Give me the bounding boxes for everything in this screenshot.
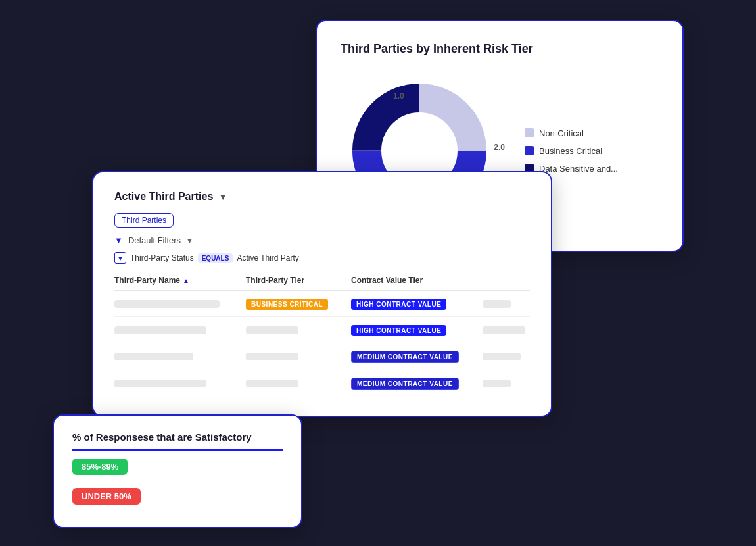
col-header-contract: Contract Value Tier: [351, 276, 483, 285]
cell-name-1: [114, 300, 246, 308]
third-parties-tag[interactable]: Third Parties: [114, 213, 174, 228]
cell-extra-3: [483, 353, 530, 360]
legend-item-business-critical: Business Critical: [525, 146, 618, 156]
card-header: Active Third Parties ▼: [114, 191, 530, 203]
cell-tier-1: BUSINESS CRITICAL: [246, 297, 351, 310]
cell-tier-3: [246, 353, 351, 360]
legend-item-non-critical: Non-Critical: [525, 128, 618, 138]
donut-legend: Non-Critical Business Critical Data Sens…: [525, 128, 618, 174]
filters-label[interactable]: Default Filters: [128, 236, 181, 245]
sat-badge-red-wrap: UNDER 50%: [72, 488, 283, 511]
sat-badge-green-wrap: 85%-89%: [72, 459, 283, 482]
cell-extra-1: [483, 300, 530, 308]
filter-pill-icon[interactable]: ▼: [114, 252, 126, 264]
legend-label-non-critical: Non-Critical: [539, 128, 584, 138]
legend-dot-business-critical: [525, 146, 534, 155]
badge-business-critical: BUSINESS CRITICAL: [246, 299, 328, 310]
badge-medium-contract-1: MEDIUM CONTRACT VALUE: [351, 351, 459, 363]
filters-row: ▼ Default Filters ▼: [114, 236, 530, 245]
table-row: BUSINESS CRITICAL HIGH CONTRACT VALUE: [114, 291, 530, 317]
cell-contract-3: MEDIUM CONTRACT VALUE: [351, 350, 483, 363]
col-header-contract-label: Contract Value Tier: [351, 276, 423, 285]
col-header-tier: Third-Party Tier: [246, 276, 351, 285]
table-row: MEDIUM CONTRACT VALUE: [114, 343, 530, 370]
filter-value: Active Third Party: [237, 253, 298, 262]
satisfactory-title: % of Responsese that are Satisfactory: [72, 432, 283, 451]
legend-dot-non-critical: [525, 128, 534, 137]
cell-contract-4: MEDIUM CONTRACT VALUE: [351, 377, 483, 390]
badge-high-contract-2: HIGH CONTRACT VALUE: [351, 325, 446, 336]
cell-name-2: [114, 326, 246, 334]
badge-medium-contract-2: MEDIUM CONTRACT VALUE: [351, 378, 459, 390]
col-header-name-label: Third-Party Name: [114, 276, 180, 285]
donut-label-top: 1.0: [393, 91, 404, 101]
sat-badge-under-50: UNDER 50%: [72, 488, 141, 505]
filter-pill-row: ▼ Third-Party Status EQUALS Active Third…: [114, 252, 530, 264]
satisfactory-card: % of Responsese that are Satisfactory 85…: [53, 414, 302, 528]
table-card: Active Third Parties ▼ Third Parties ▼ D…: [92, 171, 552, 417]
chevron-down-icon[interactable]: ▼: [218, 191, 227, 202]
col-header-name: Third-Party Name ▲: [114, 276, 246, 285]
cell-extra-4: [483, 380, 530, 387]
equals-badge: EQUALS: [198, 253, 233, 263]
badge-high-contract-1: HIGH CONTRACT VALUE: [351, 299, 446, 310]
legend-label-data-sensitive: Data Sensitive and...: [539, 164, 618, 174]
filter-icon: ▼: [114, 236, 123, 245]
col-header-tier-label: Third-Party Tier: [246, 276, 304, 285]
filters-chevron-icon: ▼: [186, 237, 193, 245]
table-header: Third-Party Name ▲ Third-Party Tier Cont…: [114, 276, 530, 291]
cell-tier-4: [246, 380, 351, 387]
cell-contract-2: HIGH CONTRACT VALUE: [351, 324, 483, 336]
cell-extra-2: [483, 326, 530, 334]
table-row: HIGH CONTRACT VALUE: [114, 317, 530, 343]
tag-row: Third Parties: [114, 213, 530, 228]
table-row: MEDIUM CONTRACT VALUE: [114, 370, 530, 397]
card-title: Active Third Parties: [114, 191, 213, 203]
cell-name-3: [114, 353, 246, 360]
donut-label-right: 2.0: [494, 143, 505, 152]
cell-name-4: [114, 380, 246, 387]
col-header-extra: [483, 276, 530, 285]
cell-contract-1: HIGH CONTRACT VALUE: [351, 297, 483, 310]
sat-badge-85-89: 85%-89%: [72, 459, 128, 475]
sort-icon-name[interactable]: ▲: [183, 277, 189, 284]
filter-pill-name: Third-Party Status: [130, 253, 194, 262]
donut-chart-title: Third Parties by Inherent Risk Tier: [341, 42, 659, 56]
cell-tier-2: [246, 326, 351, 334]
legend-label-business-critical: Business Critical: [539, 146, 602, 156]
